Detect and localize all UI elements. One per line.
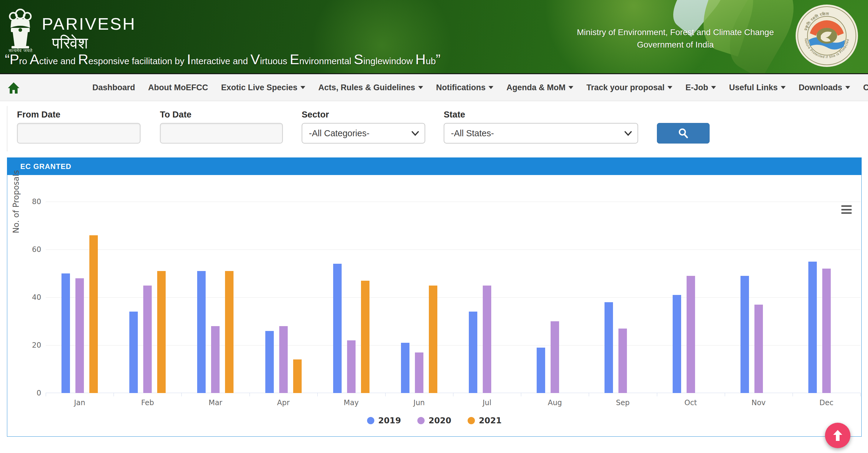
bar-2020-jun[interactable] [415,353,424,393]
bar-2020-feb[interactable] [143,286,152,393]
to-date-input[interactable] [160,123,283,143]
bar-2019-may[interactable] [333,264,342,393]
nav-item-useful-links[interactable]: Useful Links [729,83,786,92]
to-date-label: To Date [160,109,191,120]
bar-2020-apr[interactable] [279,326,288,393]
x-axis-category-label: Jun [385,398,453,407]
category-group-sep [589,202,657,393]
search-button[interactable] [657,123,710,143]
legend-item-2020[interactable]: 2020 [417,416,451,425]
legend-item-2019[interactable]: 2019 [367,416,401,425]
legend-marker-2019 [367,417,374,424]
state-select-wrap: -All States- [444,123,638,143]
bar-2020-sep[interactable] [618,328,627,393]
y-axis-tick-label: 0 [23,389,41,397]
x-axis-tick [589,393,589,396]
bar-2021-may[interactable] [361,281,370,393]
bar-2019-feb[interactable] [129,312,138,393]
nav-item-dashboard[interactable]: Dashboard [92,83,135,92]
y-axis-tick-label: 20 [23,341,41,350]
x-axis-tick [385,393,385,396]
bar-2019-oct[interactable] [673,295,681,393]
panel-header: EC GRANTED [7,158,861,175]
nav-item-agenda-mom[interactable]: Agenda & MoM [506,83,573,92]
bar-2019-mar[interactable] [197,271,206,393]
chart-menu-icon[interactable] [841,205,851,214]
panel-title: EC GRANTED [20,162,71,171]
bar-2020-mar[interactable] [211,326,220,393]
x-axis-category-label: Dec [793,398,861,407]
nav-items: DashboardAbout MoEFCCExotic Live Species… [92,74,863,101]
chart-legend: 201920202021 [7,416,861,425]
state-select[interactable]: -All States- [444,124,638,143]
category-group-jan [46,202,114,393]
x-axis-category-label: Apr [250,398,317,407]
nav-item-notifications[interactable]: Notifications [436,83,494,92]
bar-2020-dec[interactable] [822,268,831,393]
x-axis-tick [317,393,318,396]
bar-2019-nov[interactable] [741,276,749,393]
x-axis-category-label: Jul [453,398,521,407]
moefcc-logo: प्रकृतिः रक्षति रक्षिता Nature Protected… [795,4,858,67]
site-header: सत्यमेव जयते PARIVESH परिवेश “Pro Active… [0,0,868,73]
category-group-dec [793,202,861,393]
x-axis-tick [250,393,250,396]
legend-label-2019: 2019 [378,416,401,425]
bar-2019-jul[interactable] [469,312,477,393]
bar-2020-jan[interactable] [75,278,84,393]
bar-2021-feb[interactable] [157,271,166,393]
from-date-input[interactable] [17,123,141,143]
ministry-line2: Government of India [554,38,797,51]
x-axis-tick [793,393,793,396]
search-icon [678,128,689,139]
bar-2020-nov[interactable] [754,304,763,393]
nav-item-contacts[interactable]: Contacts [863,83,868,92]
legend-item-2021[interactable]: 2021 [468,416,501,425]
bar-2019-jun[interactable] [401,343,409,393]
nav-item-about-moefcc[interactable]: About MoEFCC [148,83,208,92]
nav-item-track-your-proposal[interactable]: Track your proposal [586,83,672,92]
bar-2019-sep[interactable] [604,302,613,393]
bar-2020-aug[interactable] [551,321,559,393]
bar-2019-dec[interactable] [808,262,817,393]
bar-2020-jul[interactable] [483,286,491,393]
arrow-up-icon [832,429,843,442]
brand-subtitle: परिवेश [52,34,88,53]
nav-item-acts-rules-guidelines[interactable]: Acts, Rules & Guidelines [318,83,423,92]
legend-label-2020: 2020 [429,416,451,425]
ashoka-emblem-icon [7,4,33,50]
bar-2021-apr[interactable] [293,359,302,393]
category-group-jun [385,202,453,393]
nav-item-e-job[interactable]: E-Job [685,83,716,92]
bar-2021-mar[interactable] [225,271,234,393]
category-group-feb [114,202,181,393]
bar-2019-apr[interactable] [265,331,274,393]
filter-bar: From Date To Date Sector -All Categories… [7,106,862,152]
bar-2019-jan[interactable] [61,273,70,393]
category-group-oct [657,202,725,393]
bar-2021-jan[interactable] [89,235,98,393]
home-icon[interactable] [7,82,20,94]
state-label: State [444,109,465,120]
bar-2019-aug[interactable] [537,348,545,393]
y-axis-tick-label: 40 [23,293,41,301]
bar-2020-may[interactable] [347,341,355,393]
plot-area [46,202,861,393]
scroll-to-top-button[interactable] [825,423,850,448]
bar-2021-jun[interactable] [429,286,437,393]
nav-item-exotic-live-species[interactable]: Exotic Live Species [221,83,305,92]
category-group-jul [453,202,521,393]
brand-title: PARIVESH [42,14,136,34]
bar-2020-oct[interactable] [687,276,695,393]
y-axis-tick-label: 60 [23,245,41,254]
y-axis-title: No. of Proposals [11,106,21,297]
x-axis-tick [46,393,46,396]
x-axis-category-label: Feb [114,398,181,407]
x-axis-tick [181,393,182,396]
sector-select[interactable]: -All Categories- [302,124,425,143]
ec-granted-panel: EC GRANTED No. of Proposals 201920202021… [7,158,862,436]
main-navbar: DashboardAbout MoEFCCExotic Live Species… [0,73,868,101]
nav-item-downloads[interactable]: Downloads [799,83,850,92]
ministry-line1: Ministry of Environment, Forest and Clim… [554,26,797,38]
sector-label: Sector [302,109,329,120]
